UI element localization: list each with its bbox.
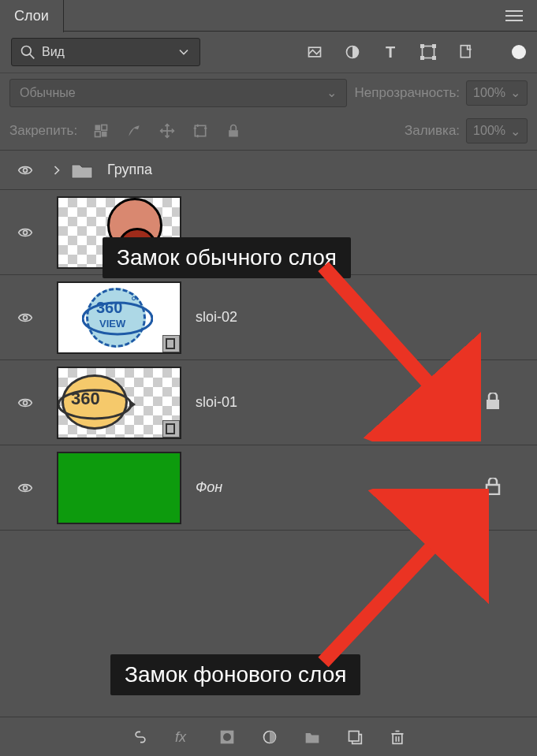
shape-filter-icon[interactable] [420, 44, 436, 60]
svg-rect-47 [393, 733, 402, 743]
pixel-layer-filter-icon[interactable] [307, 44, 323, 60]
menu-icon [505, 9, 523, 22]
visibility-toggle[interactable] [8, 480, 43, 496]
svg-rect-16 [95, 132, 101, 137]
svg-rect-32 [166, 339, 174, 348]
blend-mode-value: Обычные [20, 86, 76, 100]
svg-point-27 [24, 230, 28, 234]
layer-thumbnail[interactable]: 360 [57, 367, 181, 439]
layers-panel-bottom-bar: fx [0, 717, 537, 756]
opacity-label: Непрозрачность: [355, 85, 461, 101]
svg-rect-20 [195, 125, 205, 136]
svg-text:T: T [386, 44, 395, 60]
svg-line-40 [323, 266, 446, 402]
layer-kind-label: Вид [42, 45, 170, 59]
link-layers-icon[interactable] [132, 729, 148, 745]
svg-point-44 [223, 733, 231, 741]
arrow-to-regular-lock [308, 252, 481, 441]
lock-image-icon[interactable] [126, 123, 142, 139]
visibility-toggle[interactable] [8, 162, 43, 178]
layer-name: Фон [196, 479, 222, 496]
layer-name: Группа [107, 162, 152, 178]
layer-name: sloi-01 [196, 394, 237, 411]
visibility-toggle[interactable] [8, 395, 43, 411]
layer-thumbnail[interactable]: 360 ° VIEW [57, 281, 181, 354]
svg-marker-35 [129, 400, 136, 409]
svg-point-33 [24, 400, 28, 404]
layer-name: sloi-02 [196, 309, 237, 326]
svg-rect-36 [166, 424, 174, 434]
delete-layer-icon[interactable] [390, 729, 405, 745]
lock-icon [485, 393, 501, 410]
layers-tab[interactable]: Слои [0, 0, 64, 32]
new-adjustment-icon[interactable] [262, 729, 278, 745]
panel-header: Слои [0, 0, 537, 32]
eye-icon [17, 480, 33, 496]
svg-text:fx: fx [175, 729, 187, 745]
svg-point-29 [24, 315, 28, 319]
type-filter-icon[interactable]: T [382, 44, 398, 60]
smart-object-badge [162, 420, 180, 438]
opacity-input[interactable]: 100%⌄ [466, 80, 528, 106]
lock-position-icon[interactable] [159, 123, 175, 139]
svg-rect-15 [102, 125, 107, 131]
visibility-toggle[interactable] [8, 225, 43, 240]
lock-artboard-icon[interactable] [192, 123, 208, 139]
svg-rect-9 [421, 45, 423, 47]
svg-rect-25 [229, 130, 238, 136]
chevron-down-icon [176, 44, 192, 60]
svg-rect-17 [102, 132, 107, 137]
smart-object-badge [162, 335, 180, 352]
folder-icon [71, 162, 93, 179]
svg-rect-13 [461, 46, 470, 58]
arrow-to-background-lock [308, 489, 489, 678]
filter-row: Вид T [0, 32, 537, 73]
filter-toggle[interactable] [512, 45, 526, 59]
layer-style-icon[interactable]: fx [175, 729, 192, 745]
new-group-icon[interactable] [304, 729, 320, 745]
new-layer-icon[interactable] [347, 729, 363, 745]
eye-icon [17, 310, 33, 326]
visibility-toggle[interactable] [8, 310, 43, 326]
svg-rect-10 [433, 45, 435, 47]
add-mask-icon[interactable] [219, 729, 235, 745]
smart-object-filter-icon[interactable] [458, 44, 474, 60]
fill-input[interactable]: 100%⌄ [466, 118, 528, 143]
layer-thumbnail[interactable] [57, 452, 181, 524]
layer-group-row[interactable]: Группа [0, 151, 537, 190]
svg-rect-11 [421, 57, 423, 59]
svg-rect-37 [487, 400, 499, 409]
chevron-right-icon[interactable] [49, 162, 65, 178]
layer-kind-select[interactable]: Вид [11, 38, 200, 66]
layer-lock-icon[interactable] [485, 393, 501, 413]
blend-mode-select[interactable]: Обычные ⌄ [9, 79, 347, 107]
blend-opacity-row: Обычные ⌄ Непрозрачность: 100%⌄ [0, 73, 537, 112]
eye-icon [17, 225, 33, 240]
svg-point-38 [24, 486, 28, 490]
fill-value: 100% [473, 124, 505, 138]
opacity-value: 100% [473, 86, 505, 100]
panel-menu-button[interactable] [491, 0, 537, 31]
svg-rect-14 [95, 125, 101, 131]
lock-label: Закрепить: [9, 123, 77, 139]
svg-line-41 [323, 528, 449, 662]
eye-icon [17, 162, 33, 178]
lock-transparency-icon[interactable] [93, 123, 109, 139]
svg-rect-12 [433, 57, 435, 59]
svg-point-30 [83, 303, 152, 334]
fill-label: Заливка: [405, 123, 460, 139]
svg-point-3 [22, 47, 32, 56]
svg-point-26 [24, 168, 28, 172]
eye-icon [17, 395, 33, 411]
svg-rect-46 [349, 731, 359, 741]
lock-fill-row: Закрепить: Заливка: 100%⌄ [0, 112, 537, 150]
svg-marker-31 [151, 315, 153, 322]
adjustment-filter-icon[interactable] [345, 44, 360, 60]
svg-line-4 [30, 54, 35, 59]
lock-all-icon[interactable] [226, 123, 241, 139]
search-icon [20, 44, 35, 60]
svg-point-34 [58, 390, 131, 419]
